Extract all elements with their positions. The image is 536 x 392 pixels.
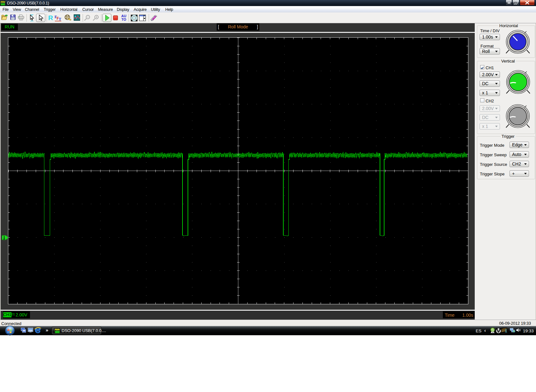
svg-text:T: T xyxy=(59,17,61,21)
